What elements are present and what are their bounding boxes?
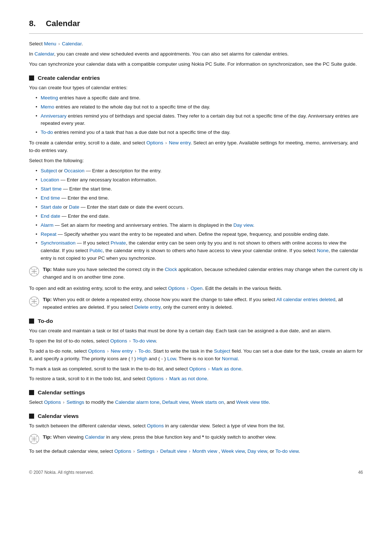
repeat-link[interactable]: Repeat xyxy=(41,231,57,237)
options-link-mark[interactable]: Options xyxy=(189,366,206,372)
tip2-box: Tip: When you edit or delete a repeated … xyxy=(29,296,363,311)
alarm-link[interactable]: Alarm xyxy=(41,222,53,228)
create-intro: You can create four types of calendar en… xyxy=(29,84,363,92)
svg-line-4 xyxy=(36,268,37,270)
subject-link-todo[interactable]: Subject xyxy=(214,348,230,354)
field-location: Location — Enter any necessary location … xyxy=(36,176,363,184)
start-date-link[interactable]: Start date xyxy=(41,204,62,210)
delete-entry-link[interactable]: Delete entry xyxy=(134,304,160,310)
field-subject: Subject or Occasion — Enter a descriptio… xyxy=(36,167,363,175)
list-item-anniversary: Anniversary entries remind you of birthd… xyxy=(36,112,363,128)
memo-link[interactable]: Memo xyxy=(41,104,54,110)
calendar-link-p1[interactable]: Calendar xyxy=(34,51,54,57)
field-repeat: Repeat — Specify whether you want the en… xyxy=(36,231,363,238)
date-link[interactable]: Date xyxy=(69,204,79,210)
end-time-link[interactable]: End time xyxy=(41,195,60,201)
cal-settings-para1: Select Options › Settings to modify the … xyxy=(29,399,363,406)
svg-line-5 xyxy=(31,273,33,275)
cal-views-para1: To switch between the different calendar… xyxy=(29,422,363,430)
tip2-icon xyxy=(29,296,39,307)
open-link[interactable]: Open xyxy=(191,286,203,291)
anniversary-link[interactable]: Anniversary xyxy=(41,113,66,119)
menu-link[interactable]: Menu xyxy=(44,41,56,46)
options-link-create[interactable]: Options xyxy=(146,140,163,145)
todo-link-intro[interactable]: To-do xyxy=(41,130,53,135)
mark-as-done-link[interactable]: Mark as done xyxy=(212,366,241,372)
occasion-link[interactable]: Occasion xyxy=(64,168,85,173)
day-view-link2[interactable]: Day view xyxy=(248,448,267,454)
svg-line-20 xyxy=(36,440,37,442)
clock-link[interactable]: Clock xyxy=(165,267,177,272)
options-link-todo2[interactable]: Options xyxy=(88,348,105,354)
new-entry-link-todo[interactable]: New entry xyxy=(111,348,133,354)
normal-link[interactable]: Normal xyxy=(222,356,238,361)
synchronisation-link[interactable]: Synchronisation xyxy=(41,240,75,246)
svg-line-10 xyxy=(31,298,33,300)
calendar-link-intro[interactable]: Calendar xyxy=(62,41,82,46)
tip3-text: Tip: When viewing Calendar in any view, … xyxy=(43,434,277,441)
create-heading: Create calendar entries xyxy=(29,75,363,81)
todo-para5: To restore a task, scroll to it in the t… xyxy=(29,375,363,383)
all-calendar-entries-deleted-link[interactable]: All calendar entries deleted xyxy=(276,297,335,302)
tip3-icon xyxy=(29,434,39,444)
intro-para2: You can synchronize your calendar data w… xyxy=(29,61,363,68)
todo-link-add[interactable]: To-do xyxy=(138,348,151,354)
todo-view-link2[interactable]: To-do view xyxy=(275,448,299,454)
section-bullet xyxy=(29,75,34,81)
mark-as-not-done-link[interactable]: Mark as not done xyxy=(169,376,207,381)
field-start-date: Start date or Date — Enter the start dat… xyxy=(36,204,363,211)
options-link-todo[interactable]: Options xyxy=(110,338,127,344)
cal-settings-section: Calendar settings Select Options › Setti… xyxy=(29,389,363,406)
list-item-todo: To-do entries remind you of a task that … xyxy=(36,129,363,136)
location-link[interactable]: Location xyxy=(41,177,59,182)
week-starts-on-link[interactable]: Week starts on xyxy=(191,399,224,405)
options-link-restore[interactable]: Options xyxy=(147,376,164,381)
settings-link-views[interactable]: Settings xyxy=(137,448,155,454)
entry-types-list: Meeting entries have a specific date and… xyxy=(36,94,363,137)
create-section: Create calendar entries You can create f… xyxy=(29,75,363,311)
day-view-link[interactable]: Day view xyxy=(233,222,253,228)
field-start-time: Start time — Enter the start time. xyxy=(36,185,363,193)
settings-link[interactable]: Settings xyxy=(66,399,84,405)
options-link-views[interactable]: Options xyxy=(147,423,164,428)
options-link-settings[interactable]: Options xyxy=(44,399,61,405)
public-link[interactable]: Public xyxy=(89,248,103,253)
todo-view-link[interactable]: To-do view xyxy=(132,338,156,344)
default-view-link2[interactable]: Default view xyxy=(160,448,187,454)
svg-line-18 xyxy=(36,436,37,438)
start-time-link[interactable]: Start time xyxy=(41,186,62,192)
default-view-link[interactable]: Default view xyxy=(162,399,189,405)
new-entry-link[interactable]: New entry xyxy=(169,140,191,145)
subject-link[interactable]: Subject xyxy=(41,168,57,173)
cal-views-section: Calendar views To switch between the dif… xyxy=(29,413,363,455)
end-date-link[interactable]: End date xyxy=(41,213,60,219)
week-view-link[interactable]: Week view xyxy=(221,448,245,454)
field-end-time: End time — Enter the end time. xyxy=(36,194,363,202)
field-alarm: Alarm — Set an alarm for meeting and ann… xyxy=(36,222,363,229)
footer-copyright: © 2007 Nokia. All rights reserved. xyxy=(29,470,94,475)
high-link[interactable]: High xyxy=(137,356,147,361)
calendar-link-tip3[interactable]: Calendar xyxy=(85,434,105,440)
svg-line-12 xyxy=(31,303,33,305)
month-view-link[interactable]: Month view xyxy=(192,448,217,454)
none-link[interactable]: None xyxy=(317,248,328,253)
tip1-icon xyxy=(29,266,39,276)
options-link-open[interactable]: Options xyxy=(168,286,185,291)
cal-views-para2: To set the default calendar view, select… xyxy=(29,448,363,455)
week-view-title-link[interactable]: Week view title xyxy=(236,399,269,405)
todo-bullet xyxy=(29,319,34,324)
field-sync: Synchronisation — If you select Private,… xyxy=(36,239,363,262)
svg-line-19 xyxy=(31,440,33,442)
cal-settings-bullet xyxy=(29,390,34,395)
todo-heading: To-do xyxy=(29,318,363,324)
low-link[interactable]: Low xyxy=(167,356,176,361)
tip2-text: Tip: When you edit or delete a repeated … xyxy=(43,296,363,311)
private-link[interactable]: Private xyxy=(111,240,126,246)
list-item-meeting: Meeting entries have a specific date and… xyxy=(36,94,363,102)
meeting-link[interactable]: Meeting xyxy=(41,95,58,100)
todo-para4: To mark a task as completed, scroll to t… xyxy=(29,365,363,373)
calendar-alarm-tone-link[interactable]: Calendar alarm tone xyxy=(115,399,159,405)
options-link-default[interactable]: Options xyxy=(114,448,131,454)
cal-views-bullet xyxy=(29,414,34,419)
svg-line-11 xyxy=(36,298,37,300)
